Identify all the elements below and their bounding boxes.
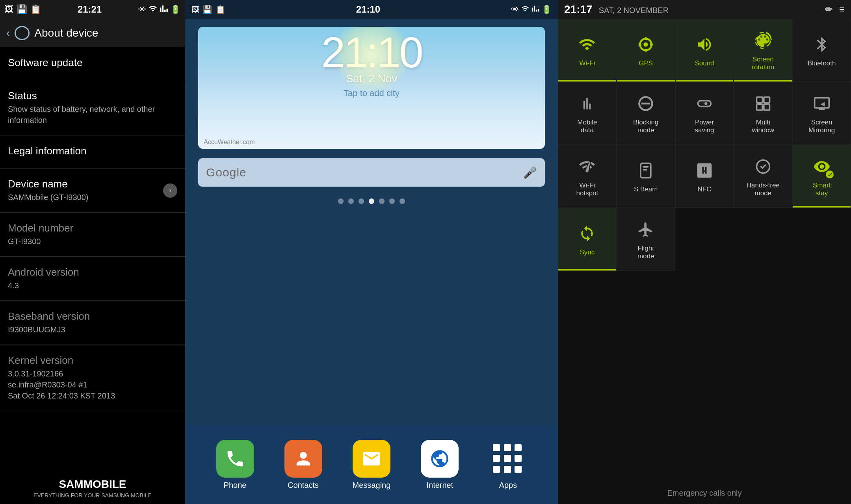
google-label: Google <box>206 166 247 179</box>
qs-grid: Wi-Fi GPS Sound Screenrotation <box>558 19 851 271</box>
home-sd-icon: 💾 <box>203 5 212 14</box>
home-screen-panel: 🖼 💾 📋 21:10 👁 🔋 21:10 Sat, 2 Nov Tap to … <box>185 0 558 504</box>
flight-label: Flightmode <box>637 245 654 261</box>
qs-header-icons: ✏ ≡ <box>825 4 845 15</box>
sammobile-brand: SAMMOBILE <box>59 478 126 491</box>
about-title: About device <box>34 27 98 39</box>
gps-tile-icon <box>635 33 657 56</box>
bluetooth-tile-icon <box>811 33 833 56</box>
photo-icon: 🖼 <box>5 4 13 15</box>
screenshot-icon: 📋 <box>30 4 41 15</box>
blocking-tile-icon <box>635 93 657 115</box>
screen-mirroring-label: ScreenMirroring <box>808 119 835 135</box>
baseband-item: Baseband version I9300BUUGMJ3 <box>0 301 185 345</box>
sound-tile-label: Sound <box>695 59 714 67</box>
microphone-icon[interactable]: 🎤 <box>523 166 537 179</box>
qs-bluetooth-tile[interactable]: Bluetooth <box>792 19 851 82</box>
phone-label: Phone <box>224 481 247 490</box>
dot-1[interactable] <box>338 198 344 204</box>
legal-item[interactable]: Legal information <box>0 135 185 169</box>
dot-2[interactable] <box>348 198 354 204</box>
model-number-value: GT-I9300 <box>8 236 177 247</box>
sync-active-bar <box>558 269 616 271</box>
home-content: 21:10 Sat, 2 Nov Tap to add city AccuWea… <box>185 19 558 425</box>
sync-label: Sync <box>580 248 595 256</box>
dot-5[interactable] <box>379 198 385 204</box>
about-device-panel: 🖼 💾 📋 21:21 👁 🔋 ‹ About device Software … <box>0 0 185 504</box>
handsfree-tile-icon <box>752 156 774 178</box>
svg-rect-8 <box>756 97 762 103</box>
dock-messaging[interactable]: Messaging <box>353 440 391 490</box>
qs-sync-tile[interactable]: Sync <box>558 208 617 271</box>
google-search-bar[interactable]: Google 🎤 <box>198 158 545 187</box>
dock-phone[interactable]: Phone <box>216 440 254 490</box>
status-bar-left: 🖼 💾 📋 <box>5 4 41 15</box>
eye-icon: 👁 <box>138 5 146 14</box>
qs-nfc-tile[interactable]: NFC <box>675 145 734 208</box>
dot-6[interactable] <box>389 198 395 204</box>
legal-title: Legal information <box>8 145 177 157</box>
internet-label: Internet <box>426 481 453 490</box>
rotation-tile-icon <box>752 30 774 52</box>
software-update-item[interactable]: Software update <box>0 47 185 80</box>
dot-4-active[interactable] <box>369 198 374 204</box>
dock-apps[interactable]: Apps <box>489 440 527 490</box>
gps-active-bar <box>617 80 675 82</box>
pen-icon[interactable]: ✏ <box>825 4 833 15</box>
wifi-status-icon <box>149 4 157 15</box>
flight-tile-icon <box>635 219 657 241</box>
qs-wifi-tile[interactable]: Wi-Fi <box>558 19 617 82</box>
qs-mobile-data-tile[interactable]: Mobiledata <box>558 82 617 145</box>
qs-gps-tile[interactable]: GPS <box>617 19 675 82</box>
kernel-item: Kernel version 3.0.31-1902166 se.infra@R… <box>0 345 185 411</box>
qs-time: 21:17 <box>564 3 593 16</box>
smart-stay-tile-icon <box>811 156 833 178</box>
qs-screen-mirroring-tile[interactable]: ScreenMirroring <box>792 82 851 145</box>
mobile-data-label: Mobiledata <box>577 119 597 135</box>
hotspot-label: Wi-Fihotspot <box>576 182 598 198</box>
contacts-icon <box>284 440 322 478</box>
qs-rotation-tile[interactable]: Screenrotation <box>734 19 792 82</box>
android-version-title: Android version <box>8 266 177 278</box>
home-status-bar: 🖼 💾 📋 21:10 👁 🔋 <box>185 0 558 19</box>
dock-contacts[interactable]: Contacts <box>284 440 322 490</box>
status-item[interactable]: Status Show status of battery, network, … <box>0 80 185 135</box>
model-number-title: Model number <box>8 222 177 234</box>
qs-flight-tile[interactable]: Flightmode <box>617 208 675 271</box>
status-subtitle: Show status of battery, network, and oth… <box>8 104 177 126</box>
qs-hotspot-tile[interactable]: Wi-Fihotspot <box>558 145 617 208</box>
qs-power-save-tile[interactable]: Powersaving <box>675 82 734 145</box>
device-name-value: SAMMobile (GT-I9300) <box>8 192 177 203</box>
qs-multi-window-tile[interactable]: Multiwindow <box>734 82 792 145</box>
menu-icon[interactable]: ≡ <box>839 4 845 15</box>
blocking-label: Blockingmode <box>633 119 658 135</box>
baseband-value: I9300BUUGMJ3 <box>8 324 177 335</box>
sbeam-tile-icon <box>635 159 657 182</box>
weather-widget[interactable]: 21:10 Sat, 2 Nov Tap to add city AccuWea… <box>198 27 545 149</box>
dot-7[interactable] <box>399 198 405 204</box>
device-name-item[interactable]: Device name SAMMobile (GT-I9300) › <box>0 169 185 213</box>
home-status-left: 🖼 💾 📋 <box>191 5 225 14</box>
back-button[interactable]: ‹ <box>6 27 10 39</box>
qs-smart-stay-tile[interactable]: Smartstay <box>792 145 851 208</box>
qs-handsfree-tile[interactable]: Hands-freemode <box>734 145 792 208</box>
bluetooth-tile-label: Bluetooth <box>808 59 836 67</box>
status-title: Status <box>8 90 177 102</box>
qs-sbeam-tile[interactable]: S Beam <box>617 145 675 208</box>
signal-icon <box>160 4 168 15</box>
hotspot-tile-icon <box>576 156 598 178</box>
qs-sound-tile[interactable]: Sound <box>675 19 734 82</box>
qs-blocking-tile[interactable]: Blockingmode <box>617 82 675 145</box>
sammobile-tagline: EVERYTHING FOR YOUR SAMSUNG MOBILE <box>33 492 152 498</box>
chevron-icon: › <box>163 183 177 198</box>
kernel-value: 3.0.31-1902166 se.infra@R0303-04 #1 Sat … <box>8 368 177 401</box>
sound-active-bar <box>676 80 734 82</box>
status-bar-about: 🖼 💾 📋 21:21 👁 🔋 <box>0 0 185 19</box>
sync-tile-icon <box>576 222 598 245</box>
dock-internet[interactable]: Internet <box>421 440 459 490</box>
handsfree-label: Hands-freemode <box>747 182 780 198</box>
svg-rect-11 <box>764 104 770 110</box>
settings-gear-icon <box>15 26 30 40</box>
home-dock: Phone Contacts Messaging Internet <box>185 425 558 504</box>
dot-3[interactable] <box>359 198 364 204</box>
